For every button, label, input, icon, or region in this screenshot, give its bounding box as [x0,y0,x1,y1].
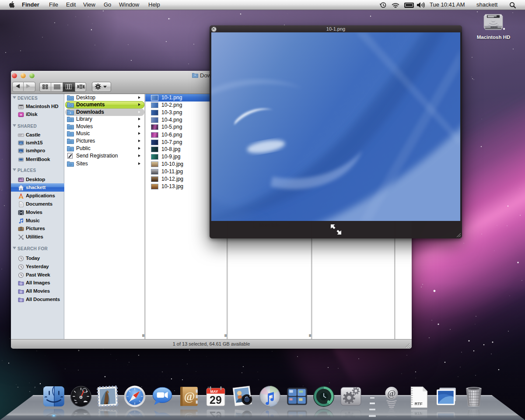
svg-text:@: @ [387,388,396,399]
svg-text:@: @ [184,390,195,403]
svg-text:RTF: RTF [415,402,423,406]
svg-text:29: 29 [210,394,222,406]
svg-text:MAY: MAY [210,389,218,394]
